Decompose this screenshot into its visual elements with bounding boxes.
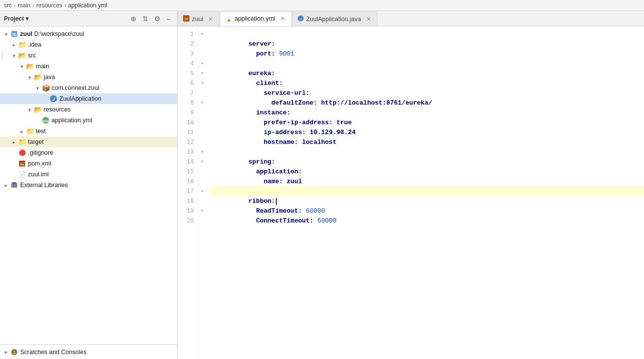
tree-item-external-libraries[interactable]: ▸ External Libraries [0,180,177,191]
sync-icon[interactable]: ⇅ [141,14,150,23]
tab-zuul[interactable]: m zuul ✕ [178,11,219,26]
tab-zuul-close[interactable]: ✕ [207,16,214,23]
test-folder-icon: 📁 [26,127,34,135]
fold-19[interactable]: ▾ [198,206,206,216]
tree-label-test: test [36,128,46,135]
fold-10 [198,118,206,128]
tree-item-resources[interactable]: ▾ 📂 resources [0,104,177,115]
sidebar: Project ▾ ⊕ ⇅ ⚙ – ▾ m zuul D:\workspace\… [0,11,178,359]
tree-arrow-resources: ▾ [26,106,33,113]
tree-item-pom-xml[interactable]: ▸ m pom.xml [0,158,177,169]
tree-label-target: target [28,138,44,145]
java-folder-icon: 📂 [33,73,42,81]
tree-item-target[interactable]: ▸ 📁 target [0,137,177,147]
fold-2 [198,39,206,49]
fold-15 [198,167,206,177]
tree-label-pom-xml: pom.xml [28,160,51,167]
settings-icon[interactable]: ⚙ [153,14,161,23]
tree-arrow-src: ▾ [10,52,18,59]
tree-item-src[interactable]: ▾ 📂 src [0,50,177,61]
tree-item-package[interactable]: ▾ 📦 com.connext.zuul [0,83,177,93]
fold-9 [198,108,206,118]
tab-application-yml[interactable]: 🍃 application.yml ✕ [220,11,292,26]
tree-label-zuul-iml: zuul.iml [28,171,49,178]
folder-icon: 📁 [18,41,27,49]
package-icon: 📦 [41,84,50,92]
iml-icon: 📄 [18,170,27,178]
tree-item-zuul-root[interactable]: ▾ m zuul D:\workspace\zuul [0,28,177,39]
tree-label-java: java [44,74,55,81]
sidebar-tree: ▾ m zuul D:\workspace\zuul ▸ 📁 .idea ▾ 📂… [0,27,177,344]
tab-application-yml-close[interactable]: ✕ [279,15,286,22]
svg-text:m: m [185,17,188,21]
scratches-label: Scratches and Consoles [20,349,87,356]
tree-item-application-yml[interactable]: ▸ yml application.yml [0,115,177,126]
tab-zuul-application-close[interactable]: ✕ [365,16,372,23]
tree-arrow-main: ▾ [18,62,26,70]
tree-arrow-scratches: ▸ [2,348,10,356]
tree-arrow-test: ▸ [18,127,26,135]
fold-16 [198,177,206,187]
svg-text:yml: yml [43,119,49,123]
tree-item-main[interactable]: ▾ 📂 main [0,61,177,72]
breadcrumb-src[interactable]: src [4,2,12,9]
close-sidebar-icon[interactable]: – [164,14,173,23]
editor-content[interactable]: 1 2 3 4 5 6 7 8 9 10 11 12 13 14 15 16 1… [178,27,644,359]
resources-folder-icon: 📂 [33,106,42,113]
code-area[interactable]: server: port: 9001 eureka: client: servi… [206,27,644,359]
breadcrumb-main[interactable]: main [18,2,30,9]
tree-item-gitignore[interactable]: ▸ 🔴 .gitignore [0,147,177,158]
tab-zuul-icon: m [183,15,189,23]
breadcrumb-file[interactable]: application.yml [68,2,107,9]
sidebar-title: Project ▾ [4,15,28,22]
fold-7 [198,88,206,98]
svg-text:m: m [20,162,24,166]
fold-gutter: ▾ ▾ ▾ ▾ ▾ ▾ ▾ ▾ ▾ [198,27,206,359]
tab-zuul-application-java[interactable]: J ZuulApplication.java ✕ [292,11,377,26]
sidebar-header: Project ▾ ⊕ ⇅ ⚙ – [0,11,177,27]
tree-item-java[interactable]: ▾ 📂 java [0,72,177,83]
svg-text:m: m [12,32,16,37]
tree-label-main: main [36,63,49,70]
tree-arrow-external-libraries: ▸ [2,181,10,189]
src-folder-icon: 📂 [18,52,27,59]
target-folder-icon: 📁 [18,138,27,146]
tab-java-icon: J [297,15,304,23]
code-line-1: server: [210,29,644,39]
fold-14[interactable]: ▾ [198,157,206,167]
code-line-4: eureka: [210,59,644,69]
main-folder-icon: 📂 [26,62,34,70]
fold-1[interactable]: ▾ [198,29,206,39]
fold-13[interactable]: ▾ [198,147,206,157]
fold-5[interactable]: ▾ [198,69,206,79]
tree-item-zuul-iml[interactable]: ▸ 📄 zuul.iml [0,169,177,180]
tree-arrow-idea: ▸ [10,41,18,49]
fold-3 [198,49,206,59]
tree-arrow-zuul: ▾ [2,30,10,38]
code-line-13: spring: [210,147,644,157]
tree-item-zuul-application[interactable]: ▸ J ZuulApplication [0,93,177,104]
tree-item-test[interactable]: ▸ 📁 test [0,126,177,137]
tree-label-idea: .idea [28,41,41,48]
tree-label-external-libraries: External Libraries [20,182,68,189]
main-layout: Project ▾ ⊕ ⇅ ⚙ – ▾ m zuul D:\workspace\… [0,11,644,359]
tree-label-zuul-application: ZuulApplication [59,95,101,102]
scratches-icon: S [10,348,19,356]
fold-17[interactable]: ▾ [198,187,206,196]
svg-text:S: S [13,350,16,355]
tree-label-gitignore: .gitignore [28,149,53,156]
fold-6[interactable]: ▾ [198,79,206,88]
tree-item-idea[interactable]: ▸ 📁 .idea [0,39,177,50]
fold-8[interactable]: ▾ [198,98,206,108]
scratches-and-consoles[interactable]: ▸ S Scratches and Consoles [0,344,177,359]
tabs-bar: m zuul ✕ 🍃 application.yml ✕ J ZuulAppli… [178,11,644,27]
tree-label-application-yml: application.yml [52,117,92,124]
tab-yaml-icon: 🍃 [225,16,232,22]
fold-4[interactable]: ▾ [198,59,206,69]
add-icon[interactable]: ⊕ [129,14,138,23]
code-line-17: ribbon: [210,187,644,196]
fold-11 [198,128,206,138]
breadcrumb-resources[interactable]: resources [36,2,62,9]
module-icon: m [10,30,19,38]
tab-zuul-application-label: ZuulApplication.java [306,16,361,23]
